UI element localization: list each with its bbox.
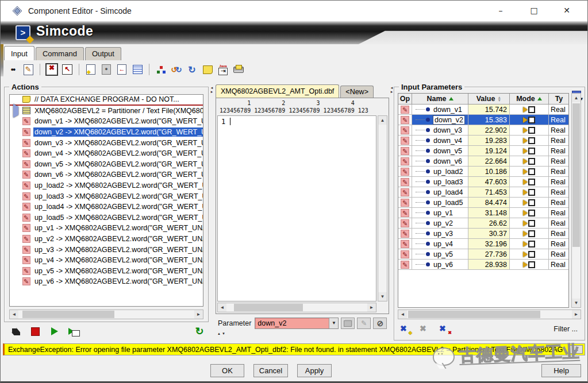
value-cell[interactable]: 31.148: [468, 208, 510, 218]
tree-icon[interactable]: [155, 63, 167, 76]
edit-pencil-icon[interactable]: [401, 188, 409, 196]
op-cell[interactable]: [398, 208, 412, 218]
parameter-table-row[interactable]: up_v3 30.37 Real: [398, 229, 568, 239]
column-header-op[interactable]: Op: [398, 94, 412, 105]
run-icon[interactable]: [49, 326, 60, 337]
help-button[interactable]: Help: [541, 364, 581, 377]
scroll-left-icon[interactable]: ◄: [10, 310, 18, 319]
mode-cell[interactable]: [510, 187, 549, 198]
parameter-table-row[interactable]: down_v3 22.902 Real: [398, 125, 568, 136]
value-cell[interactable]: 28.938: [468, 260, 510, 270]
action-list-item[interactable]: up_v6 -> XMQ6802AGBEVL2.word("GR_WERT_UN…: [10, 276, 203, 287]
filter-label[interactable]: Filter ...: [554, 325, 578, 333]
minimize-button[interactable]: –: [488, 1, 513, 21]
parameter-table-row[interactable]: up_v1 31.148 Real: [398, 208, 568, 218]
file-settings-icon[interactable]: [100, 63, 113, 76]
op-cell[interactable]: [398, 125, 412, 136]
action-list-item[interactable]: down_v4 -> XMQ6802AGBEVL2.word("GR_WERT_…: [10, 148, 203, 159]
action-list-item[interactable]: up_v3 -> XMQ6802AGBEVL2.word("GR_WERT_UN…: [10, 244, 203, 255]
edit-pencil-icon[interactable]: [401, 137, 409, 145]
op-cell[interactable]: [398, 177, 412, 187]
actions-hscrollbar[interactable]: ◄ ►: [9, 310, 203, 319]
scroll-right-icon[interactable]: ►: [367, 303, 376, 312]
value-cell[interactable]: 22.902: [468, 125, 510, 136]
value-cell[interactable]: 15.742: [468, 105, 510, 115]
mode-cell[interactable]: [510, 105, 549, 115]
stop-icon[interactable]: [29, 326, 41, 337]
value-cell[interactable]: 10.186: [468, 167, 510, 177]
filter-add-icon[interactable]: ✖: [400, 324, 410, 334]
edit-pencil-icon[interactable]: [401, 157, 409, 165]
edit-pencil-icon[interactable]: [401, 116, 409, 124]
value-cell[interactable]: 22.664: [468, 156, 510, 167]
parameter-combobox[interactable]: down_v2 ▼: [255, 318, 339, 329]
mode-cell[interactable]: [510, 208, 549, 218]
op-cell[interactable]: [398, 136, 412, 146]
value-cell[interactable]: 27.736: [468, 249, 510, 260]
type-cell[interactable]: Real: [549, 177, 569, 187]
parameter-table-row[interactable]: up_v4 32.196 Real: [398, 239, 568, 249]
edit-pencil-icon[interactable]: [401, 230, 409, 238]
import-file-icon[interactable]: [116, 63, 128, 76]
edit-pencil-icon[interactable]: [401, 147, 409, 155]
op-cell[interactable]: [398, 249, 412, 260]
parameter-table-row[interactable]: up_load5 84.474 Real: [398, 198, 568, 208]
reload-icon[interactable]: [194, 326, 205, 337]
name-cell[interactable]: up_load2: [412, 167, 468, 177]
column-header-ty[interactable]: Ty: [549, 94, 569, 105]
edit-pencil-icon[interactable]: [401, 261, 409, 269]
document-tab[interactable]: <New>: [340, 86, 374, 98]
apply-button[interactable]: Apply: [297, 364, 332, 377]
editor-text-area[interactable]: 1: [217, 115, 376, 301]
filter-off-icon[interactable]: ✖: [420, 324, 430, 334]
name-cell[interactable]: down_v5: [412, 146, 468, 156]
name-cell[interactable]: down_v1: [412, 105, 468, 115]
value-cell[interactable]: 19.283: [468, 136, 510, 146]
action-list-item[interactable]: up_load2 -> XMQ6802AGBEVL2.word("GR_WERT…: [10, 180, 203, 191]
mode-cell[interactable]: [510, 146, 549, 156]
op-cell[interactable]: [398, 146, 412, 156]
name-cell[interactable]: up_v2: [412, 218, 468, 229]
cancel-button[interactable]: Cancel: [253, 364, 288, 377]
mode-cell[interactable]: [510, 125, 549, 136]
action-list-item[interactable]: down_v3 -> XMQ6802AGBEVL2.word("GR_WERT_…: [10, 137, 203, 148]
scrollbar-thumb[interactable]: [408, 311, 540, 318]
action-list-item[interactable]: up_v4 -> XMQ6802AGBEVL2.word("GR_WERT_UN…: [10, 255, 203, 266]
edit-pencil-icon[interactable]: [401, 219, 409, 227]
mode-cell[interactable]: [510, 136, 549, 146]
run-tab-icon[interactable]: [68, 326, 80, 337]
value-cell[interactable]: 84.474: [468, 198, 510, 208]
column-header-value[interactable]: Value▲▼: [468, 94, 510, 105]
document-tab[interactable]: XMQ6802AGBEVL2_AMT_Opti.dbf: [216, 84, 339, 98]
tab-command[interactable]: Command: [36, 47, 84, 60]
parameter-table-row[interactable]: up_v5 27.736 Real: [398, 249, 568, 260]
splitter-left[interactable]: ◂▸: [209, 86, 214, 94]
filter-remove-icon[interactable]: ✖: [439, 324, 449, 334]
mode-cell[interactable]: [510, 249, 549, 260]
value-cell[interactable]: 15.383: [468, 115, 510, 125]
splitter-handle[interactable]: ▲▼: [217, 332, 226, 335]
parameter-table-row[interactable]: up_v6 28.938 Real: [398, 260, 568, 270]
op-cell[interactable]: [398, 187, 412, 198]
value-cell[interactable]: 32.196: [468, 239, 510, 249]
edit-icon[interactable]: [22, 63, 34, 76]
editor-vscrollbar[interactable]: ▲ ▼: [378, 115, 387, 301]
name-cell[interactable]: down_v2: [412, 115, 468, 125]
action-list-item[interactable]: up_load3 -> XMQ6802AGBEVL2.word("GR_WERT…: [10, 191, 203, 202]
parameter-table-row[interactable]: up_load3 47.603 Real: [398, 177, 568, 187]
new-file-icon[interactable]: [84, 63, 97, 76]
type-cell[interactable]: Real: [549, 208, 569, 218]
editor-hscrollbar[interactable]: ◄ ►: [217, 303, 376, 312]
chevron-down-icon[interactable]: ▼: [329, 318, 338, 328]
op-cell[interactable]: [398, 218, 412, 229]
type-cell[interactable]: Real: [549, 167, 569, 177]
edit-pencil-icon[interactable]: [401, 209, 409, 217]
name-cell[interactable]: down_v3: [412, 125, 468, 136]
parameter-table-row[interactable]: down_v4 19.283 Real: [398, 136, 568, 146]
op-cell[interactable]: [398, 229, 412, 239]
type-cell[interactable]: Real: [549, 146, 569, 156]
sync-icon[interactable]: [170, 63, 183, 76]
table-icon[interactable]: [131, 63, 144, 76]
mode-cell[interactable]: [510, 218, 549, 229]
name-cell[interactable]: up_v6: [412, 260, 468, 270]
